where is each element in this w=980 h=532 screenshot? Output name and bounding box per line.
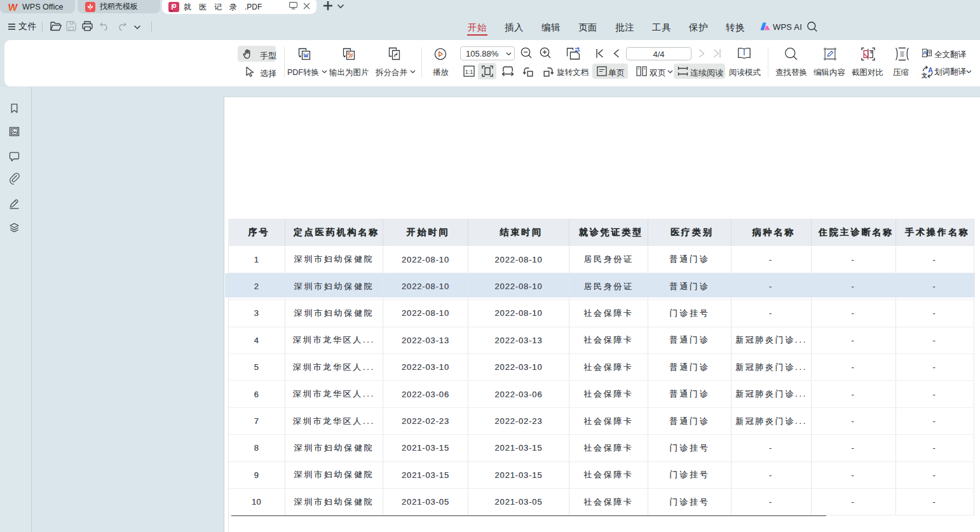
svg-text:A: A — [923, 50, 927, 56]
svg-text:字: 字 — [927, 51, 932, 55]
svg-text:文: 文 — [922, 72, 927, 78]
svg-text:A: A — [928, 66, 933, 74]
svg-text:1:1: 1:1 — [465, 69, 473, 75]
svg-text:W: W — [8, 3, 18, 11]
